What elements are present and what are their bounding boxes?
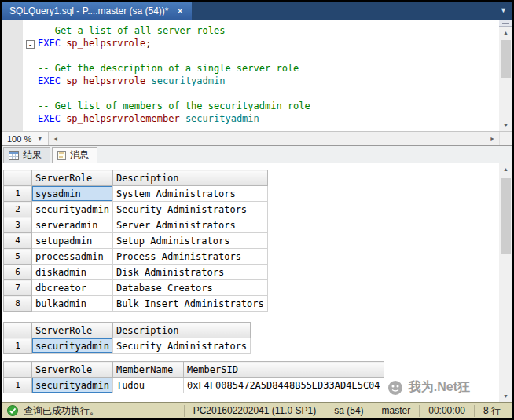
grid-cell[interactable]: Tudou: [112, 378, 183, 393]
row-number[interactable]: 6: [4, 265, 32, 280]
result-grid-2: ServerRoleDescription1securityadminSecur…: [3, 322, 251, 354]
grid-table: ServerRoleMemberNameMemberSID1securityad…: [3, 361, 384, 393]
grid-cell[interactable]: securityadmin: [32, 202, 113, 217]
column-header[interactable]: MemberSID: [183, 362, 384, 378]
table-row: 1securityadminTudou0xF4F0085472A5D8448B5…: [4, 378, 384, 393]
row-number[interactable]: 1: [4, 186, 32, 202]
scrollbar-corner: [499, 132, 512, 145]
row-number[interactable]: 7: [4, 280, 32, 296]
grid-header-row: ServerRoleDescription: [4, 170, 268, 186]
results-vertical-scrollbar[interactable]: ▲ ▼: [499, 163, 512, 402]
editor-vertical-scrollbar[interactable]: ▲ ▼: [499, 20, 512, 131]
code-line: EXEC sp_helpsrvrole;: [38, 37, 497, 49]
editor-bottom-bar: 100 % ▼ ◄ ►: [2, 132, 512, 146]
scrollbar-track[interactable]: [499, 175, 512, 390]
grid-corner[interactable]: [4, 323, 32, 338]
grid-cell[interactable]: dbcreator: [32, 280, 113, 296]
grid-header-row: ServerRoleDescription: [4, 323, 251, 338]
scroll-up-icon[interactable]: ▲: [499, 163, 512, 175]
row-number[interactable]: 2: [4, 202, 32, 217]
grid-cell[interactable]: bulkadmin: [32, 296, 113, 312]
splitter-grip[interactable]: [499, 20, 512, 27]
grid-cell[interactable]: Security Administrators: [112, 202, 267, 217]
grid-cell[interactable]: processadmin: [32, 249, 113, 265]
grid-cell[interactable]: setupadmin: [32, 233, 113, 249]
code-lines: -- Get a list of all server rolesEXEC sp…: [38, 24, 497, 125]
tab-results[interactable]: 结果: [3, 147, 50, 163]
document-tab-title: SQLQuery1.sql - P....master (sa (54))*: [9, 5, 169, 16]
grid-cell[interactable]: serveradmin: [32, 217, 113, 233]
scroll-down-icon[interactable]: ▼: [499, 119, 512, 131]
sql-editor[interactable]: - -- Get a list of all server rolesEXEC …: [2, 20, 512, 132]
tab-messages[interactable]: 消息: [52, 147, 97, 163]
scroll-down-icon[interactable]: ▼: [499, 390, 512, 402]
grid-cell[interactable]: diskadmin: [32, 265, 113, 280]
status-server: PC201602202041 (11.0 SP1): [184, 405, 325, 417]
message-icon: [57, 151, 66, 160]
row-number[interactable]: 1: [4, 378, 32, 393]
grid-header-row: ServerRoleMemberNameMemberSID: [4, 362, 384, 378]
row-number[interactable]: 3: [4, 217, 32, 233]
code-line: [38, 49, 497, 62]
row-number[interactable]: 1: [4, 338, 32, 354]
scrollbar-track[interactable]: [499, 38, 512, 119]
grid-cell[interactable]: Disk Administrators: [112, 265, 267, 280]
grid-cell[interactable]: Server Administrators: [112, 217, 267, 233]
table-row: 7dbcreatorDatabase Creators: [4, 280, 268, 296]
code-line: EXEC sp_helpsrvrole securityadmin: [38, 75, 497, 87]
close-icon[interactable]: ✕: [177, 7, 184, 16]
chevron-down-icon: ▼: [37, 136, 42, 141]
ssms-window: SQLQuery1.sql - P....master (sa (54))* ✕…: [0, 0, 514, 420]
grid-icon: [9, 151, 19, 160]
scroll-left-icon[interactable]: ◄: [49, 132, 62, 145]
status-database: master: [373, 405, 420, 417]
column-header[interactable]: MemberName: [112, 362, 183, 378]
code-line: EXEC sp_helpsrvrolemember securityadmin: [38, 112, 497, 125]
grid-table: ServerRoleDescription1sysadminSystem Adm…: [3, 170, 268, 312]
grid-cell[interactable]: Bulk Insert Administrators: [112, 296, 267, 312]
window-content: SQLQuery1.sql - P....master (sa (54))* ✕…: [2, 2, 512, 418]
row-number[interactable]: 5: [4, 249, 32, 265]
watermark: 我为.Net狂: [387, 379, 470, 396]
grid-cell[interactable]: Security Administrators: [112, 338, 250, 354]
grid-cell[interactable]: securityadmin: [32, 378, 113, 393]
scroll-up-icon[interactable]: ▲: [499, 27, 512, 38]
grid-cell[interactable]: Database Creators: [112, 280, 267, 296]
grid-cell[interactable]: Process Administrators: [112, 249, 267, 265]
status-bar: 查询已成功执行。 PC201602202041 (11.0 SP1) sa (5…: [2, 402, 512, 418]
grid-cell[interactable]: 0xF4F0085472A5D8448B55ED33AD4E5C04: [183, 378, 384, 393]
collapse-region-icon[interactable]: -: [26, 40, 35, 49]
scrollbar-thumb[interactable]: [501, 40, 511, 78]
code-line: [38, 87, 497, 100]
code-line: -- Get a list of all server roles: [38, 24, 497, 37]
table-row: 1sysadminSystem Administrators: [4, 186, 268, 202]
grid-corner[interactable]: [4, 170, 32, 186]
column-header[interactable]: Description: [112, 323, 250, 338]
table-row: 5processadminProcess Administrators: [4, 249, 268, 265]
column-header[interactable]: Description: [112, 170, 267, 186]
scrollbar-thumb[interactable]: [501, 178, 511, 254]
editor-gutter: [2, 20, 23, 131]
status-user: sa (54): [325, 405, 372, 417]
grid-cell[interactable]: securityadmin: [32, 338, 113, 354]
status-rowcount: 8 行: [474, 405, 509, 417]
tab-results-label: 结果: [23, 148, 42, 162]
scroll-right-icon[interactable]: ►: [486, 132, 499, 145]
table-row: 6diskadminDisk Administrators: [4, 265, 268, 280]
grid-cell[interactable]: sysadmin: [32, 186, 113, 202]
row-number[interactable]: 8: [4, 296, 32, 312]
column-header[interactable]: ServerRole: [32, 323, 113, 338]
chevron-down-icon[interactable]: ▼: [500, 7, 507, 14]
code-line: -- Get the description of a single serve…: [38, 62, 497, 75]
grid-table: ServerRoleDescription1securityadminSecur…: [3, 322, 251, 354]
column-header[interactable]: ServerRole: [32, 362, 113, 378]
grid-cell[interactable]: System Administrators: [112, 186, 267, 202]
column-header[interactable]: ServerRole: [32, 170, 113, 186]
grid-corner[interactable]: [4, 362, 32, 378]
row-number[interactable]: 4: [4, 233, 32, 249]
horizontal-scrollbar-track[interactable]: [62, 132, 486, 145]
zoom-control[interactable]: 100 % ▼: [2, 132, 49, 145]
document-tab[interactable]: SQLQuery1.sql - P....master (sa (54))* ✕: [2, 2, 192, 20]
table-row: 3serveradminServer Administrators: [4, 217, 268, 233]
grid-cell[interactable]: Setup Administrators: [112, 233, 267, 249]
